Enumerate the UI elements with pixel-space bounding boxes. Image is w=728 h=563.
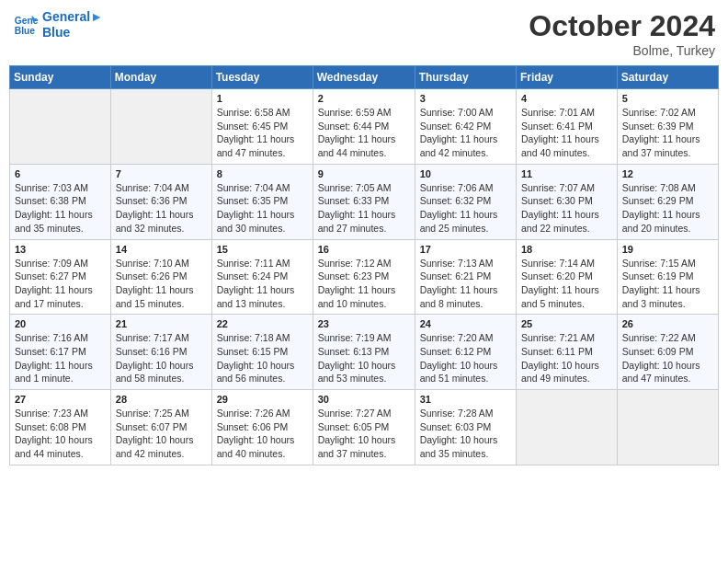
calendar-cell: 22Sunrise: 7:18 AMSunset: 6:15 PMDayligh…: [211, 315, 313, 390]
day-number: 9: [318, 168, 410, 179]
day-number: 27: [15, 394, 106, 405]
calendar-week-row: 13Sunrise: 7:09 AMSunset: 6:27 PMDayligh…: [10, 239, 719, 315]
day-number: 22: [217, 318, 308, 329]
calendar-week-row: 20Sunrise: 7:16 AMSunset: 6:17 PMDayligh…: [10, 315, 719, 390]
calendar-cell: [517, 390, 618, 465]
header-day-thursday: Thursday: [415, 66, 516, 89]
calendar-cell: [10, 89, 111, 165]
calendar-cell: 23Sunrise: 7:19 AMSunset: 6:13 PMDayligh…: [313, 315, 415, 390]
header-day-sunday: Sunday: [10, 66, 111, 89]
calendar-cell: 3Sunrise: 7:00 AMSunset: 6:42 PMDaylight…: [415, 89, 516, 165]
day-info: Sunrise: 7:14 AMSunset: 6:20 PMDaylight:…: [521, 257, 612, 311]
day-number: 13: [15, 244, 106, 255]
calendar-cell: [110, 89, 211, 165]
calendar-cell: 7Sunrise: 7:04 AMSunset: 6:36 PMDaylight…: [110, 164, 211, 239]
day-info: Sunrise: 7:00 AMSunset: 6:42 PMDaylight:…: [420, 106, 511, 160]
calendar-cell: 13Sunrise: 7:09 AMSunset: 6:27 PMDayligh…: [10, 239, 111, 315]
calendar-cell: 25Sunrise: 7:21 AMSunset: 6:11 PMDayligh…: [517, 315, 618, 390]
day-number: 16: [318, 244, 410, 255]
calendar-table: SundayMondayTuesdayWednesdayThursdayFrid…: [9, 65, 719, 465]
day-number: 26: [622, 318, 713, 329]
day-number: 19: [622, 244, 713, 255]
day-number: 18: [521, 244, 612, 255]
calendar-cell: 10Sunrise: 7:06 AMSunset: 6:32 PMDayligh…: [415, 164, 516, 239]
header-day-friday: Friday: [517, 66, 618, 89]
day-number: 25: [521, 318, 612, 329]
calendar-cell: 27Sunrise: 7:23 AMSunset: 6:08 PMDayligh…: [10, 390, 111, 465]
day-number: 28: [116, 394, 207, 405]
day-info: Sunrise: 7:20 AMSunset: 6:12 PMDaylight:…: [420, 331, 511, 385]
calendar-cell: 28Sunrise: 7:25 AMSunset: 6:07 PMDayligh…: [110, 390, 211, 465]
calendar-week-row: 1Sunrise: 6:58 AMSunset: 6:45 PMDaylight…: [10, 89, 719, 165]
day-info: Sunrise: 7:13 AMSunset: 6:21 PMDaylight:…: [420, 257, 511, 311]
day-number: 4: [521, 93, 612, 104]
calendar-header-row: SundayMondayTuesdayWednesdayThursdayFrid…: [10, 66, 719, 89]
calendar-week-row: 6Sunrise: 7:03 AMSunset: 6:38 PMDaylight…: [10, 164, 719, 239]
day-info: Sunrise: 7:22 AMSunset: 6:09 PMDaylight:…: [622, 331, 713, 385]
location: Bolme, Turkey: [529, 43, 715, 58]
calendar-cell: 16Sunrise: 7:12 AMSunset: 6:23 PMDayligh…: [313, 239, 415, 315]
day-info: Sunrise: 6:59 AMSunset: 6:44 PMDaylight:…: [318, 106, 410, 160]
day-number: 14: [116, 244, 207, 255]
calendar-cell: 19Sunrise: 7:15 AMSunset: 6:19 PMDayligh…: [617, 239, 718, 315]
day-number: 10: [420, 168, 511, 179]
calendar-cell: 30Sunrise: 7:27 AMSunset: 6:05 PMDayligh…: [313, 390, 415, 465]
calendar-cell: 1Sunrise: 6:58 AMSunset: 6:45 PMDaylight…: [211, 89, 313, 165]
day-info: Sunrise: 7:25 AMSunset: 6:07 PMDaylight:…: [116, 407, 207, 461]
calendar-cell: 12Sunrise: 7:08 AMSunset: 6:29 PMDayligh…: [617, 164, 718, 239]
svg-text:General: General: [15, 16, 39, 26]
calendar-cell: 6Sunrise: 7:03 AMSunset: 6:38 PMDaylight…: [10, 164, 111, 239]
day-info: Sunrise: 7:06 AMSunset: 6:32 PMDaylight:…: [420, 181, 511, 236]
day-info: Sunrise: 7:08 AMSunset: 6:29 PMDaylight:…: [622, 181, 713, 236]
calendar-cell: 24Sunrise: 7:20 AMSunset: 6:12 PMDayligh…: [415, 315, 516, 390]
day-number: 2: [318, 93, 410, 104]
header-day-wednesday: Wednesday: [313, 66, 415, 89]
day-info: Sunrise: 6:58 AMSunset: 6:45 PMDaylight:…: [217, 106, 308, 160]
day-number: 23: [318, 318, 410, 329]
day-info: Sunrise: 7:28 AMSunset: 6:03 PMDaylight:…: [420, 407, 511, 461]
day-info: Sunrise: 7:21 AMSunset: 6:11 PMDaylight:…: [521, 331, 612, 385]
calendar-cell: 21Sunrise: 7:17 AMSunset: 6:16 PMDayligh…: [110, 315, 211, 390]
day-number: 31: [420, 394, 511, 405]
day-number: 8: [217, 168, 308, 179]
day-number: 15: [217, 244, 308, 255]
calendar-cell: 11Sunrise: 7:07 AMSunset: 6:30 PMDayligh…: [517, 164, 618, 239]
day-info: Sunrise: 7:03 AMSunset: 6:38 PMDaylight:…: [15, 181, 106, 236]
day-number: 6: [15, 168, 106, 179]
logo-arrow: ►: [90, 9, 103, 24]
logo: General Blue General► Blue: [13, 9, 103, 40]
day-info: Sunrise: 7:04 AMSunset: 6:35 PMDaylight:…: [217, 181, 308, 236]
page-header: General Blue General► Blue October 2024 …: [9, 9, 719, 58]
day-info: Sunrise: 7:27 AMSunset: 6:05 PMDaylight:…: [318, 407, 410, 461]
logo-general: General: [42, 9, 90, 24]
day-info: Sunrise: 7:01 AMSunset: 6:41 PMDaylight:…: [521, 106, 612, 160]
day-number: 11: [521, 168, 612, 179]
header-day-saturday: Saturday: [617, 66, 718, 89]
calendar-cell: 29Sunrise: 7:26 AMSunset: 6:06 PMDayligh…: [211, 390, 313, 465]
logo-icon: General Blue: [13, 12, 39, 38]
calendar-cell: 15Sunrise: 7:11 AMSunset: 6:24 PMDayligh…: [211, 239, 313, 315]
calendar-cell: 31Sunrise: 7:28 AMSunset: 6:03 PMDayligh…: [415, 390, 516, 465]
day-info: Sunrise: 7:12 AMSunset: 6:23 PMDaylight:…: [318, 257, 410, 311]
day-info: Sunrise: 7:09 AMSunset: 6:27 PMDaylight:…: [15, 257, 106, 311]
day-info: Sunrise: 7:23 AMSunset: 6:08 PMDaylight:…: [15, 407, 106, 461]
day-info: Sunrise: 7:16 AMSunset: 6:17 PMDaylight:…: [15, 331, 106, 385]
day-number: 3: [420, 93, 511, 104]
day-info: Sunrise: 7:05 AMSunset: 6:33 PMDaylight:…: [318, 181, 410, 236]
calendar-cell: 18Sunrise: 7:14 AMSunset: 6:20 PMDayligh…: [517, 239, 618, 315]
day-info: Sunrise: 7:10 AMSunset: 6:26 PMDaylight:…: [116, 257, 207, 311]
logo-blue: Blue: [42, 25, 103, 40]
day-number: 12: [622, 168, 713, 179]
day-number: 7: [116, 168, 207, 179]
day-number: 20: [15, 318, 106, 329]
day-info: Sunrise: 7:04 AMSunset: 6:36 PMDaylight:…: [116, 181, 207, 236]
day-number: 5: [622, 93, 713, 104]
day-number: 17: [420, 244, 511, 255]
calendar-cell: 8Sunrise: 7:04 AMSunset: 6:35 PMDaylight…: [211, 164, 313, 239]
svg-text:Blue: Blue: [15, 26, 36, 36]
day-number: 30: [318, 394, 410, 405]
calendar-cell: 26Sunrise: 7:22 AMSunset: 6:09 PMDayligh…: [617, 315, 718, 390]
day-info: Sunrise: 7:26 AMSunset: 6:06 PMDaylight:…: [217, 407, 308, 461]
day-number: 29: [217, 394, 308, 405]
calendar-cell: [617, 390, 718, 465]
